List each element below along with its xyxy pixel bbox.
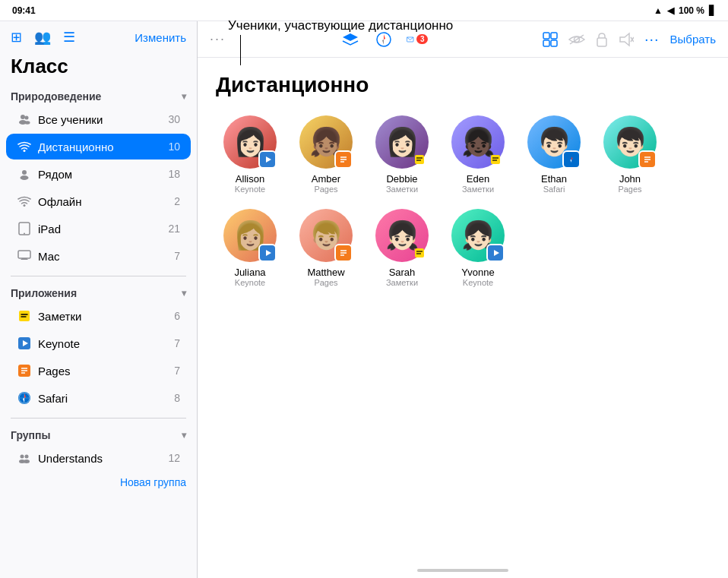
section-prirodovedenie-chevron[interactable]: ▾ xyxy=(182,91,186,102)
safari-count: 8 xyxy=(174,392,180,404)
svg-rect-34 xyxy=(543,33,549,39)
offline-icon xyxy=(17,194,32,209)
svg-point-29 xyxy=(24,460,30,463)
student-avatar-wrap: 👧🏻 xyxy=(451,209,505,262)
toolbar-center: 3 xyxy=(340,29,428,50)
student-item[interactable]: 👩🏻AllisonKeynote xyxy=(216,115,284,194)
sidebar-item-ipad[interactable]: iPad 21 xyxy=(6,216,191,242)
keynote-count: 7 xyxy=(174,337,180,349)
svg-rect-64 xyxy=(415,248,424,257)
svg-rect-36 xyxy=(543,40,549,46)
student-item[interactable]: 👦🏻JohnPages xyxy=(596,115,664,194)
student-avatar-wrap: 👦🏻 xyxy=(603,115,657,169)
sidebar-item-nearby[interactable]: Рядом 18 xyxy=(6,161,191,187)
student-item[interactable]: 👦🏼MatthewPages xyxy=(292,209,360,287)
sidebar-item-all-students[interactable]: Все ученики 30 xyxy=(6,106,191,132)
edit-button[interactable]: Изменить xyxy=(135,31,186,44)
safari-label: Safari xyxy=(38,392,168,405)
home-bar xyxy=(417,569,508,572)
section-groups-chevron[interactable]: ▾ xyxy=(182,430,186,441)
sidebar-toggle-icon[interactable]: ⊞ xyxy=(11,29,22,46)
student-name: Sarah xyxy=(389,267,416,278)
all-students-icon xyxy=(17,112,32,127)
student-app: Pages xyxy=(314,185,337,194)
student-item[interactable]: 👩🏻DebbieЗаметки xyxy=(368,115,436,194)
keynote-icon xyxy=(17,336,32,351)
grid-icon[interactable] xyxy=(543,32,558,47)
compass-icon[interactable] xyxy=(373,29,394,50)
sidebar-item-mac[interactable]: Мас 7 xyxy=(6,243,191,269)
understands-label: Understands xyxy=(38,452,162,465)
main-content: ··· 3 xyxy=(198,21,728,578)
home-indicator xyxy=(198,563,728,578)
divider-2 xyxy=(11,418,186,418)
new-group-button[interactable]: Новая группа xyxy=(0,472,197,493)
svg-point-6 xyxy=(21,175,29,180)
mac-count: 7 xyxy=(174,250,180,262)
pages-count: 7 xyxy=(174,365,180,377)
all-students-label: Все ученики xyxy=(38,113,162,126)
student-item[interactable]: 👩🏼JulianaKeynote xyxy=(216,209,284,287)
mail-badge: 3 xyxy=(416,34,429,44)
sidebar: ⊞ 👥 ☰ Изменить Класс Природоведение ▾ Вс… xyxy=(0,21,198,578)
sidebar-toolbar: ⊞ 👥 ☰ Изменить xyxy=(0,21,197,52)
sidebar-item-offline[interactable]: Офлайн 2 xyxy=(6,188,191,214)
student-item[interactable]: 👧🏻YvonneKeynote xyxy=(444,209,512,287)
eye-icon[interactable] xyxy=(568,33,585,46)
section-prirodovedenie-label: Природоведение xyxy=(11,90,101,103)
app-badge xyxy=(258,150,277,169)
svg-point-26 xyxy=(21,455,24,459)
content-toolbar: ··· 3 xyxy=(198,21,728,58)
svg-point-27 xyxy=(25,455,29,459)
student-app: Заметки xyxy=(386,278,418,287)
svg-marker-60 xyxy=(266,250,271,256)
sidebar-item-safari[interactable]: Safari 8 xyxy=(6,385,191,411)
lock-icon[interactable] xyxy=(596,32,608,47)
layers-icon[interactable] xyxy=(340,29,361,50)
student-app: Pages xyxy=(618,185,641,194)
understands-icon xyxy=(17,450,32,466)
students-grid: 👩🏻AllisonKeynote👧🏽AmberPages👩🏻DebbieЗаме… xyxy=(216,115,710,287)
list-icon[interactable]: ☰ xyxy=(63,29,75,46)
svg-rect-11 xyxy=(19,311,30,321)
student-item[interactable]: 👧🏻SarahЗаметки xyxy=(368,209,436,287)
sidebar-item-understands[interactable]: Understands 12 xyxy=(6,445,191,471)
student-item[interactable]: 👧🏿EdenЗаметки xyxy=(444,115,512,194)
mac-icon xyxy=(17,248,32,264)
mail-icon[interactable]: 3 xyxy=(407,29,428,50)
select-button[interactable]: Выбрать xyxy=(670,33,716,46)
svg-rect-37 xyxy=(551,40,557,46)
svg-point-7 xyxy=(24,204,26,207)
people-icon[interactable]: 👥 xyxy=(34,29,51,46)
nearby-icon xyxy=(17,166,32,182)
svg-marker-31 xyxy=(384,34,385,39)
more-dots-icon[interactable]: ··· xyxy=(210,31,226,47)
sidebar-item-keynote[interactable]: Keynote 7 xyxy=(6,330,191,356)
section-apps-chevron[interactable]: ▾ xyxy=(182,288,186,298)
svg-marker-41 xyxy=(620,33,629,46)
toolbar-left: ··· xyxy=(210,31,226,47)
sidebar-item-pages[interactable]: Pages 7 xyxy=(6,358,191,384)
svg-rect-48 xyxy=(415,155,424,164)
safari-icon xyxy=(17,390,32,406)
student-avatar-wrap: 👧🏻 xyxy=(375,209,429,262)
svg-marker-67 xyxy=(494,250,499,256)
svg-rect-10 xyxy=(18,251,30,258)
remote-icon xyxy=(17,139,32,154)
mute-icon[interactable] xyxy=(619,32,634,47)
student-app: Заметки xyxy=(386,185,418,194)
student-item[interactable]: 👦🏻EthanSafari xyxy=(520,115,588,194)
offline-label: Офлайн xyxy=(38,195,168,208)
student-item[interactable]: 👧🏽AmberPages xyxy=(292,115,360,194)
sidebar-item-notes[interactable]: Заметки 6 xyxy=(6,303,191,329)
divider-1 xyxy=(11,276,186,276)
svg-point-4 xyxy=(24,150,26,152)
sidebar-item-remote[interactable]: Дистанционно 10 xyxy=(6,134,191,160)
battery-icon: ▋ xyxy=(709,5,716,16)
app-badge xyxy=(334,150,353,169)
content-area: Дистанционно 👩🏻AllisonKeynote👧🏽AmberPage… xyxy=(198,58,728,563)
status-time: 09:41 xyxy=(12,5,36,16)
status-bar: 09:41 ▲ ◀ 100 % ▋ xyxy=(0,0,728,21)
student-app: Заметки xyxy=(462,185,494,194)
more-icon[interactable]: ··· xyxy=(644,30,660,48)
